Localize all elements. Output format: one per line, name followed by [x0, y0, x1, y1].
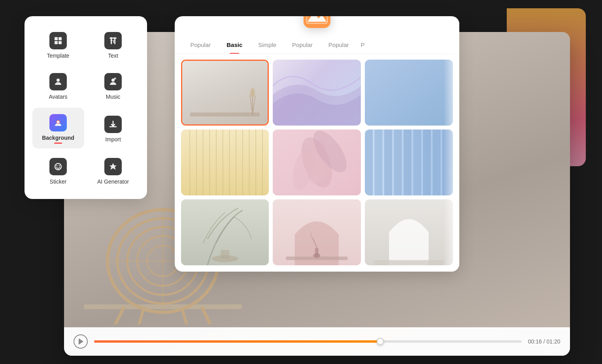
ai-generator-icon — [104, 158, 122, 175]
svg-rect-64 — [432, 129, 440, 195]
app-logo — [304, 16, 330, 28]
progress-bar[interactable] — [94, 340, 522, 343]
svg-text:TI: TI — [110, 39, 114, 44]
background-thumb-6[interactable] — [365, 129, 453, 195]
tabs-row: Popular Basic Simple Popular Popular P — [175, 36, 459, 54]
svg-point-29 — [59, 165, 60, 167]
svg-rect-72 — [315, 248, 319, 255]
tab-basic[interactable]: Basic — [219, 36, 250, 54]
play-button[interactable] — [74, 334, 88, 349]
svg-rect-61 — [404, 129, 411, 195]
sidebar-item-music[interactable]: Music — [87, 67, 139, 105]
svg-line-13 — [183, 310, 187, 324]
time-display: 00:16 / 01:20 — [528, 338, 560, 345]
svg-point-28 — [57, 165, 58, 167]
ai-generator-label: AI Generator — [97, 178, 129, 185]
background-icon — [49, 114, 67, 131]
sidebar-item-text[interactable]: TI Text — [87, 26, 139, 64]
progress-fill — [94, 340, 381, 343]
svg-rect-17 — [59, 41, 62, 44]
background-label: Background — [42, 135, 74, 141]
sidebar-panel: Template TI Text — [25, 16, 147, 199]
background-thumb-2[interactable] — [273, 60, 361, 126]
svg-rect-16 — [55, 41, 58, 44]
sidebar-item-background[interactable]: Background — [32, 108, 84, 148]
svg-rect-57 — [365, 129, 373, 195]
svg-rect-68 — [221, 250, 229, 259]
svg-rect-20 — [114, 37, 115, 44]
background-thumb-5[interactable] — [273, 129, 361, 195]
svg-rect-65 — [442, 129, 453, 195]
svg-line-10 — [115, 308, 123, 324]
svg-point-34 — [250, 88, 255, 98]
background-thumb-4[interactable] — [181, 129, 269, 195]
template-icon — [49, 32, 67, 49]
background-thumb-7[interactable] — [181, 199, 269, 265]
sidebar-grid: Template TI Text — [32, 26, 139, 190]
background-thumb-9[interactable] — [365, 199, 453, 265]
music-label: Music — [106, 94, 121, 100]
svg-point-22 — [57, 79, 60, 82]
background-thumb-1[interactable] — [181, 60, 269, 126]
svg-rect-63 — [423, 129, 431, 195]
play-icon — [79, 338, 83, 345]
svg-rect-62 — [413, 129, 421, 195]
active-indicator — [54, 143, 62, 144]
svg-rect-37 — [365, 60, 453, 126]
svg-rect-74 — [374, 260, 444, 265]
svg-rect-18 — [109, 38, 117, 39]
music-icon — [104, 73, 122, 90]
import-label: Import — [105, 136, 121, 143]
svg-line-35 — [250, 95, 253, 114]
import-icon — [104, 116, 122, 133]
tab-popular3[interactable]: Popular — [321, 36, 357, 54]
backgrounds-grid — [175, 54, 459, 272]
background-panel: Popular Basic Simple Popular Popular P — [175, 16, 459, 272]
tab-popular2[interactable]: Popular — [284, 36, 321, 54]
sidebar-item-avatars[interactable]: Avatars — [32, 67, 84, 105]
svg-rect-60 — [394, 129, 402, 195]
svg-line-36 — [253, 96, 255, 114]
video-controls-bar: 00:16 / 01:20 — [64, 327, 570, 356]
sidebar-item-import[interactable]: Import — [87, 108, 139, 148]
svg-line-12 — [139, 310, 143, 324]
sidebar-item-template[interactable]: Template — [32, 26, 84, 64]
svg-rect-15 — [59, 37, 62, 40]
text-label: Text — [108, 53, 118, 59]
svg-rect-58 — [374, 129, 382, 195]
tab-simple[interactable]: Simple — [250, 36, 284, 54]
svg-rect-14 — [55, 37, 58, 40]
avatars-icon — [49, 73, 67, 90]
svg-point-27 — [55, 163, 61, 170]
progress-thumb — [377, 338, 384, 345]
avatars-label: Avatars — [49, 94, 67, 100]
template-label: Template — [47, 53, 70, 59]
svg-line-11 — [202, 308, 210, 324]
svg-rect-59 — [384, 129, 392, 195]
background-thumb-3[interactable] — [365, 60, 453, 126]
text-icon: TI — [104, 32, 122, 49]
sidebar-item-ai-generator[interactable]: AI Generator — [87, 152, 139, 190]
sidebar-item-sticker[interactable]: Sticker — [32, 152, 84, 190]
progress-track — [94, 340, 522, 343]
sticker-icon — [49, 158, 67, 175]
tab-popular1[interactable]: Popular — [183, 36, 219, 54]
sticker-label: Sticker — [50, 178, 67, 185]
background-thumb-8[interactable] — [273, 199, 361, 265]
